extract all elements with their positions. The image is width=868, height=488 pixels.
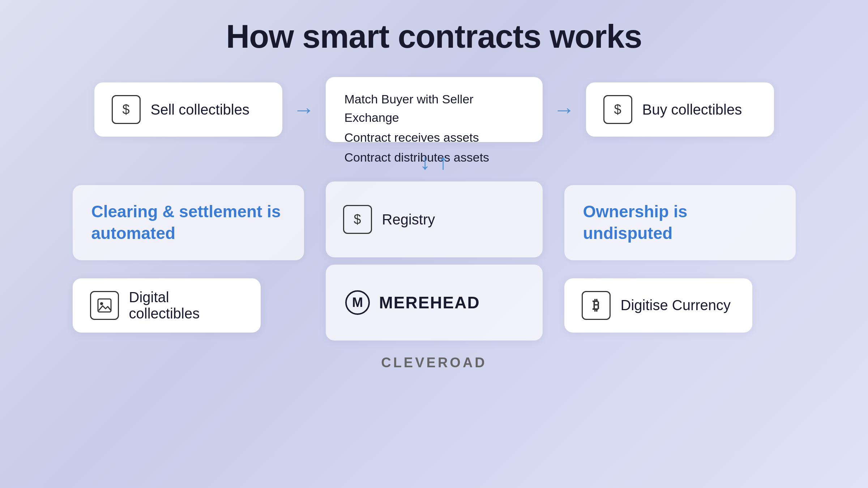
digital-icon	[90, 291, 119, 320]
registry-card: $ Registry	[326, 181, 543, 257]
center-card: Match Buyer with Seller Exchange Contrac…	[326, 77, 543, 142]
svg-rect-0	[98, 299, 111, 312]
sell-card: $ Sell collectibles	[94, 82, 282, 137]
registry-label: Registry	[382, 211, 435, 228]
digitise-label: Digitise Currency	[621, 297, 731, 313]
right-column: Ownership is undisputed ₿ Digitise Curre…	[564, 185, 796, 333]
merehead-icon: M	[343, 288, 372, 317]
buy-label: Buy collectibles	[642, 102, 742, 118]
page-title: How smart contracts works	[226, 18, 642, 55]
sell-label: Sell collectibles	[151, 102, 249, 118]
diagram: $ Sell collectibles → Match Buyer with S…	[37, 77, 832, 371]
clearing-card: Clearing & settlement is automated	[73, 185, 304, 260]
ownership-card: Ownership is undisputed	[564, 185, 796, 260]
arrow-right: →	[553, 97, 575, 122]
svg-point-1	[100, 302, 103, 305]
footer-label: CLEVEROAD	[381, 355, 487, 371]
center-column: $ Registry M MEREHEAD	[326, 181, 543, 341]
sell-icon: $	[112, 95, 141, 124]
svg-text:M: M	[352, 295, 363, 310]
buy-card: $ Buy collectibles	[586, 82, 774, 137]
center-line1: Match Buyer with Seller Exchange	[345, 90, 524, 127]
digital-collectibles-card: Digital collectibles	[73, 278, 261, 333]
clearing-text: Clearing & settlement is automated	[91, 202, 281, 243]
left-column: Clearing & settlement is automated Digit…	[73, 185, 304, 333]
arrow-left: →	[293, 97, 315, 122]
digitise-card: ₿ Digitise Currency	[564, 278, 752, 333]
registry-icon: $	[343, 205, 372, 234]
buy-icon: $	[603, 95, 632, 124]
merehead-logo: M MEREHEAD	[343, 288, 480, 317]
top-row: $ Sell collectibles → Match Buyer with S…	[37, 77, 832, 142]
middle-row: Clearing & settlement is automated Digit…	[37, 181, 832, 341]
digital-label: Digital collectibles	[129, 289, 243, 322]
ownership-text: Ownership is undisputed	[583, 202, 688, 243]
merehead-card: M MEREHEAD	[326, 265, 543, 341]
merehead-text: MEREHEAD	[379, 293, 480, 312]
center-line3: Contract distributes assets	[345, 148, 489, 167]
up-arrow: ↑	[438, 149, 449, 174]
center-line2: Contract receives assets	[345, 128, 479, 147]
main-container: How smart contracts works $ Sell collect…	[37, 18, 832, 470]
down-arrow: ↓	[420, 149, 431, 174]
digitise-icon: ₿	[582, 291, 611, 320]
vertical-arrows: ↓ ↑	[420, 149, 449, 174]
